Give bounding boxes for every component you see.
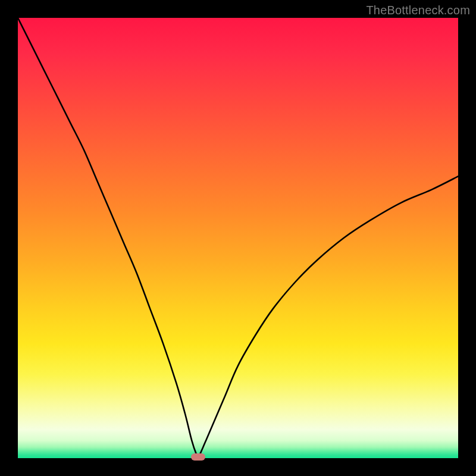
plot-area <box>18 18 458 458</box>
chart-frame: TheBottleneck.com <box>0 0 476 476</box>
bottleneck-curve <box>18 18 458 457</box>
curve-svg <box>18 18 458 458</box>
minimum-marker <box>191 453 205 461</box>
watermark-text: TheBottleneck.com <box>366 4 470 17</box>
